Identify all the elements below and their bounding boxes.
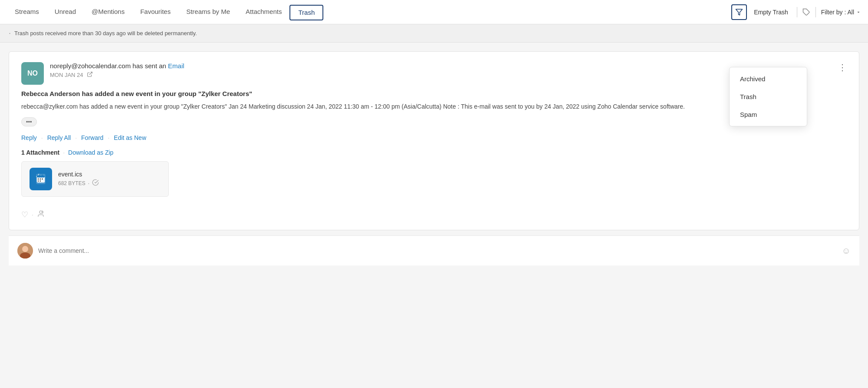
tab-trash[interactable]: Trash [289,5,323,20]
attachment-verified-icon [92,179,99,187]
svg-marker-0 [736,9,743,15]
tab-mentions[interactable]: @Mentions [84,0,132,24]
emoji-button[interactable]: ☺ [842,246,851,256]
sender-avatar: NO [21,62,44,85]
attachment-header: 1 Attachment · Download as Zip [21,149,847,156]
expand-body-button[interactable]: ••• [21,117,37,126]
svg-point-17 [22,246,28,252]
svg-point-15 [39,211,42,214]
top-nav: Streams Unread @Mentions Favourites Stre… [0,0,868,24]
nav-divider [797,7,797,17]
forward-button[interactable]: Forward [81,133,103,142]
attachment-file-icon [30,168,52,190]
commenter-avatar [17,243,33,259]
sep2: · [75,134,77,141]
attachment-section: 1 Attachment · Download as Zip [21,149,847,197]
reply-button[interactable]: Reply [21,133,37,142]
reactions-row: ♡ · [21,206,847,219]
att-meta-sep: · [88,180,89,186]
tab-favourites[interactable]: Favourites [132,0,178,24]
nav-right: Empty Trash Filter by : All [731,4,861,20]
attachment-info: event.ics 682 BYTES · [58,171,161,187]
filter-by-dropdown[interactable]: Filter by : All [821,9,861,16]
svg-rect-13 [38,181,39,182]
date-line: MON JAN 24 [50,71,847,79]
filter-dropdown-menu: Archived Trash Spam [729,67,807,126]
sender-line: noreply@zohocalendar.com has sent an Ema… [50,62,847,70]
attachment-meta: 682 BYTES · [58,179,161,187]
filter-icon-button[interactable] [731,4,747,20]
edit-as-new-button[interactable]: Edit as New [114,133,146,142]
attachment-size: 682 BYTES [58,180,85,186]
svg-rect-9 [42,175,43,177]
svg-rect-7 [37,176,45,178]
reply-all-button[interactable]: Reply All [47,133,71,142]
email-date: MON JAN 24 [50,72,83,78]
tab-unread[interactable]: Unread [47,0,84,24]
comment-bar: ☺ [9,235,859,265]
tab-attachments[interactable]: Attachments [238,0,289,24]
dropdown-item-trash[interactable]: Trash [730,88,807,106]
attachment-count-label: 1 Attachment [21,149,59,156]
reaction-sep: · [32,211,33,218]
att-sep: · [63,149,65,156]
nav-divider2 [815,7,816,17]
attachment-filename: event.ics [58,171,161,178]
sep3: · [108,134,109,141]
email-subject: Rebecca Anderson has added a new event i… [21,90,847,97]
sep1: · [41,134,43,141]
heart-reaction-button[interactable]: ♡ [21,210,28,219]
attachment-card: event.ics 682 BYTES · [21,161,169,197]
main-content: ⋮ NO noreply@zohocalendar.com has sent a… [0,43,868,274]
svg-rect-10 [38,179,39,179]
sender-prefix-text: has sent an [132,62,168,70]
email-actions: Reply · Reply All · Forward · Edit as Ne… [21,133,847,142]
sender-info: noreply@zohocalendar.com has sent an Ema… [50,62,847,79]
empty-trash-button[interactable]: Empty Trash [750,7,792,17]
tag-icon-button[interactable] [802,8,810,16]
svg-rect-8 [39,175,39,177]
email-type-link[interactable]: Email [168,62,184,70]
tab-streams[interactable]: Streams [7,0,47,24]
svg-line-2 [89,72,92,75]
svg-rect-14 [40,181,41,182]
email-header: NO noreply@zohocalendar.com has sent an … [21,62,847,85]
mention-reaction-button[interactable] [37,210,45,219]
tab-streams-by-me[interactable]: Streams by Me [178,0,238,24]
svg-rect-12 [42,179,43,179]
dropdown-item-archived[interactable]: Archived [730,70,807,88]
svg-rect-11 [40,179,41,179]
dropdown-item-spam[interactable]: Spam [730,106,807,123]
sender-email: noreply@zohocalendar.com [50,62,131,70]
more-options-button[interactable]: ⋮ [835,60,850,74]
comment-input[interactable] [38,247,837,254]
external-link-icon[interactable] [87,71,93,79]
email-body: rebecca@zylker.com has added a new event… [21,102,847,111]
download-zip-button[interactable]: Download as Zip [68,149,113,156]
info-bar: Trash posts received more than 30 days a… [0,24,868,43]
